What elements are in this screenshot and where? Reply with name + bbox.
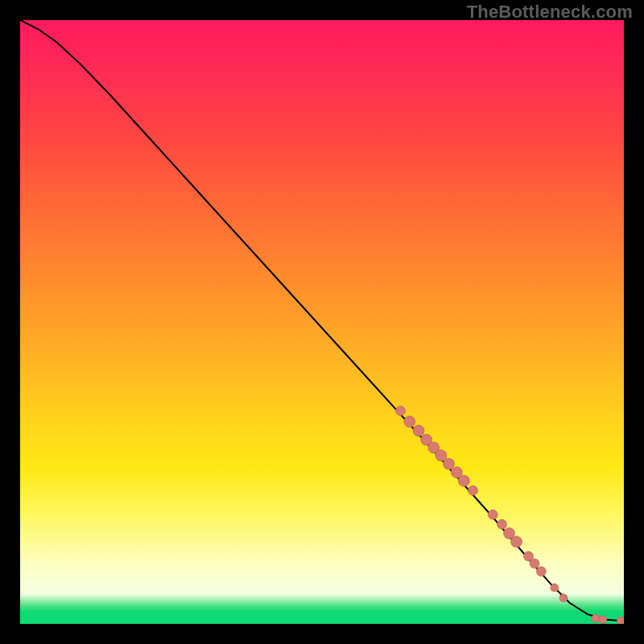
gradient-background bbox=[20, 20, 624, 624]
plot-area bbox=[20, 20, 624, 624]
chart-frame: TheBottleneck.com bbox=[0, 0, 644, 644]
